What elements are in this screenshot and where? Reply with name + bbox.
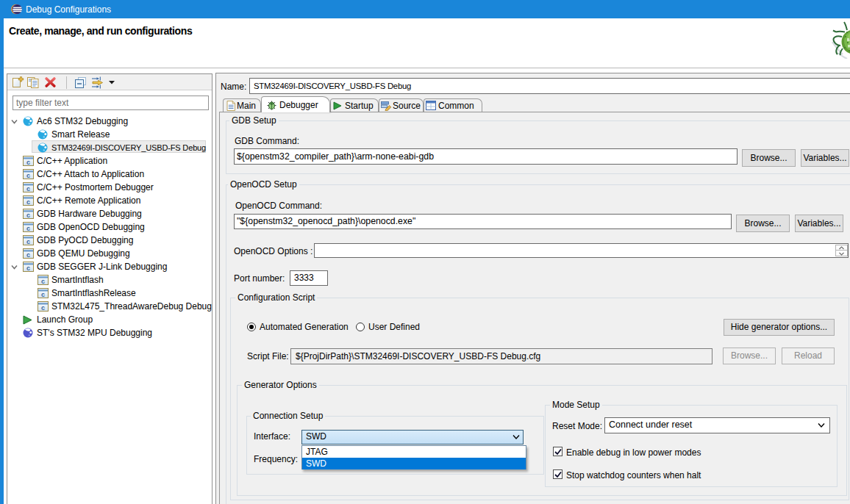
svg-text:c: c xyxy=(26,264,30,271)
svg-text:c: c xyxy=(41,277,45,284)
svg-text:c: c xyxy=(26,158,30,165)
svg-text:c: c xyxy=(26,211,30,218)
svg-text:c: c xyxy=(26,237,30,245)
svg-text:c: c xyxy=(26,251,30,258)
svg-text:c: c xyxy=(26,198,30,205)
svg-text:c: c xyxy=(41,290,45,298)
svg-text:c: c xyxy=(26,184,30,192)
svg-text:c: c xyxy=(26,224,30,231)
svg-text:c: c xyxy=(41,303,45,311)
svg-text:c: c xyxy=(26,171,30,179)
